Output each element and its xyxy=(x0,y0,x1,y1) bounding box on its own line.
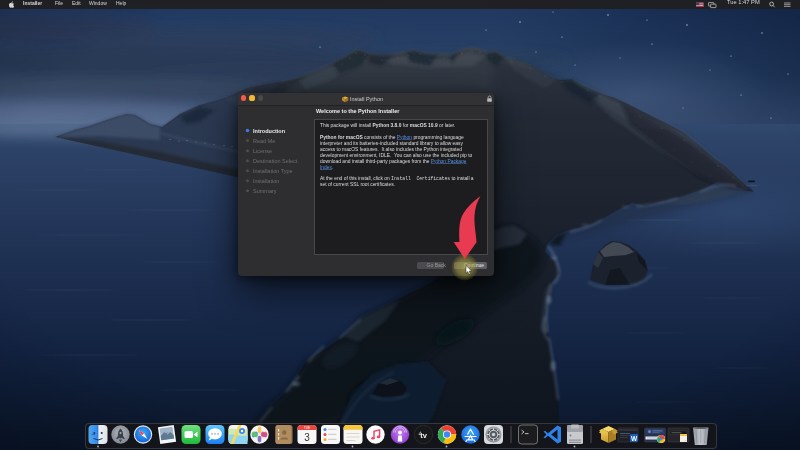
svg-text:W: W xyxy=(631,435,638,442)
svg-text:tv: tv xyxy=(420,431,427,440)
svg-text:3: 3 xyxy=(304,432,310,443)
svg-text:TUE: TUE xyxy=(304,426,310,430)
